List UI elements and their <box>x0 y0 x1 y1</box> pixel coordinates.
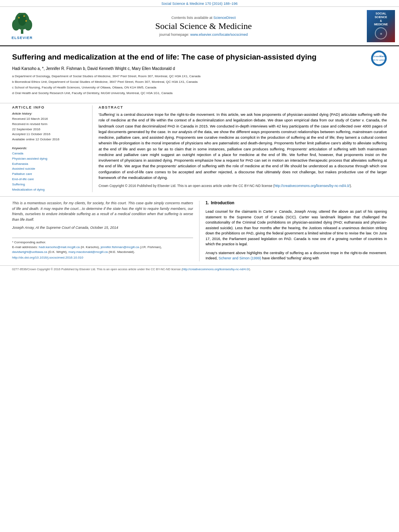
cover-text: SOCIALSCIENCE&MEDICINE <box>374 12 388 26</box>
svg-point-6 <box>23 15 25 17</box>
date-revised-value: 22 September 2016 <box>12 127 86 132</box>
doi-line: http://dx.doi.org/10.1016/j.socscimed.20… <box>12 256 193 259</box>
keyword-2: Euthanasia <box>12 162 86 167</box>
article-dates: Received 10 March 2016 Received in revis… <box>12 117 86 142</box>
date-online: Available online 12 October 2016 <box>12 137 86 142</box>
date-revised-label: Received in revised form <box>12 122 86 127</box>
journal-cover-image: SOCIALSCIENCE&MEDICINE ⊕ <box>367 10 395 42</box>
svg-rect-0 <box>21 30 23 34</box>
date-accepted: Accepted 11 October 2016 <box>12 132 86 137</box>
quote-text: This is a momentous occasion, for my cli… <box>12 201 193 222</box>
affiliation-d: d Oral Health and Society Research Unit,… <box>12 91 387 96</box>
email-footnote: E-mail addresses: hadi.karsoho@mail.mcgi… <box>12 245 193 255</box>
journal-header: ELSEVIER Contents lists available at Sci… <box>0 7 399 46</box>
quote-attribution: Joseph Arvay, At the Supreme Court of Ca… <box>12 226 193 230</box>
quote-column: This is a momentous occasion, for my cli… <box>12 201 200 261</box>
keyword-0: Canada <box>12 151 86 156</box>
email-wright[interactable]: davidwright@uottawa.ca <box>12 250 47 254</box>
keyword-7: Medicalization of dying <box>12 187 86 193</box>
intro-title: Introduction <box>211 201 234 205</box>
abstract-footer: Crown Copyright © 2016 Published by Else… <box>99 184 387 188</box>
affiliation-c: c School of Nursing, Faculty of Health S… <box>12 85 387 90</box>
footer-bar: 0277-9536/Crown Copyright © 2016 Publish… <box>0 265 399 273</box>
abstract-header: ABSTRACT <box>99 105 387 109</box>
journal-center: Contents lists available at ScienceDirec… <box>44 10 363 42</box>
date-received: Received 10 March 2016 <box>12 117 86 122</box>
crossmark: CrossMark click for updates <box>371 50 387 67</box>
article-body-columns: ARTICLE INFO Article history: Received 1… <box>0 103 399 196</box>
authors-line: Hadi Karsoho a, *, Jennifer R. Fishman b… <box>12 66 387 71</box>
affiliations: a Department of Sociology, Department of… <box>12 74 387 96</box>
svg-point-9 <box>373 52 385 64</box>
footnote-area: * Corresponding author. E-mail addresses… <box>12 238 193 259</box>
footer-cc-link[interactable]: http://creativecommons.org/licenses/by-n… <box>183 267 249 271</box>
introduction-column: 1. Introduction Lead counsel for the cla… <box>200 201 387 261</box>
journal-title: Social Science & Medicine <box>155 21 252 31</box>
intro-number: 1. <box>206 201 209 205</box>
corresponding-footnote: * Corresponding author. <box>12 240 193 245</box>
keywords-label: Keywords: <box>12 146 86 150</box>
keyword-4: Palliative care <box>12 172 86 177</box>
email-karsoho[interactable]: hadi.karsoho@mail.mcgill.ca <box>39 245 80 249</box>
keyword-3: Assisted suicide <box>12 166 86 172</box>
keywords-block: Keywords: Canada Physician-assisted dyin… <box>12 146 86 192</box>
elsevier-tree-icon <box>10 13 34 35</box>
svg-point-4 <box>18 14 26 26</box>
keyword-5: End-of-life care <box>12 177 86 182</box>
elsevier-logo: ELSEVIER <box>4 10 40 42</box>
article-title-section: CrossMark click for updates Suffering an… <box>0 46 399 103</box>
affiliation-b: b Biomedical Ethics Unit, Department of … <box>12 80 387 84</box>
email-fishman[interactable]: jennifer.fishman@mcgill.ca <box>101 245 139 249</box>
svg-text:CrossMark: CrossMark <box>372 55 385 58</box>
article-info-header: ARTICLE INFO <box>12 105 86 109</box>
elsevier-brand-label: ELSEVIER <box>12 36 33 40</box>
copyright-text: Crown Copyright © 2016 Published by Else… <box>99 184 274 188</box>
article-info-column: ARTICLE INFO Article history: Received 1… <box>12 105 93 192</box>
bottom-section: This is a momentous occasion, for my cli… <box>0 196 399 265</box>
scherer-simon-link[interactable]: Scherer and Simon (1999) <box>219 256 261 260</box>
intro-text-2: Arvay's statement above highlights the c… <box>206 251 387 261</box>
journal-ref-bar: Social Science & Medicine 170 (2016) 188… <box>0 0 399 7</box>
abstract-column: ABSTRACT 'Suffering' is a central discur… <box>93 105 387 192</box>
cover-circle-icon: ⊕ <box>375 27 387 39</box>
email-label: E-mail addresses: <box>12 245 39 249</box>
homepage-link[interactable]: www.elsevier.com/locate/socscimed <box>190 33 248 37</box>
homepage-line: journal homepage: www.elsevier.com/locat… <box>159 33 248 37</box>
article-history-block: Article history: Received 10 March 2016 … <box>12 112 86 142</box>
affiliation-a: a Department of Sociology, Department of… <box>12 74 387 79</box>
intro-text-1: Lead counsel for the claimants in Carter… <box>206 209 387 247</box>
article-history-label: Article history: <box>12 112 86 115</box>
crossmark-icon: CrossMark click for updates <box>371 50 387 66</box>
footer-text: 0277-9536/Crown Copyright © 2016 Publish… <box>12 267 183 271</box>
svg-point-7 <box>25 20 27 22</box>
journal-ref-text: Social Science & Medicine 170 (2016) 188… <box>161 2 238 6</box>
svg-text:click for updates: click for updates <box>372 59 387 61</box>
contents-line: Contents lists available at ScienceDirec… <box>171 16 236 20</box>
sciencedirect-link[interactable]: ScienceDirect <box>214 16 236 20</box>
cc-license-link[interactable]: http://creativecommons.org/licenses/by-n… <box>274 184 350 188</box>
abstract-text: 'Suffering' is a central discursive trop… <box>99 112 387 181</box>
email-macdonald[interactable]: mary.macdonald@mcgill.ca <box>68 250 108 254</box>
keyword-1: Physician-assisted dying <box>12 156 86 162</box>
article-title: Suffering and medicalization at the end … <box>12 52 387 62</box>
doi-link[interactable]: http://dx.doi.org/10.1016/j.socscimed.20… <box>12 256 83 259</box>
keyword-6: Suffering <box>12 182 86 187</box>
svg-point-5 <box>18 17 20 18</box>
